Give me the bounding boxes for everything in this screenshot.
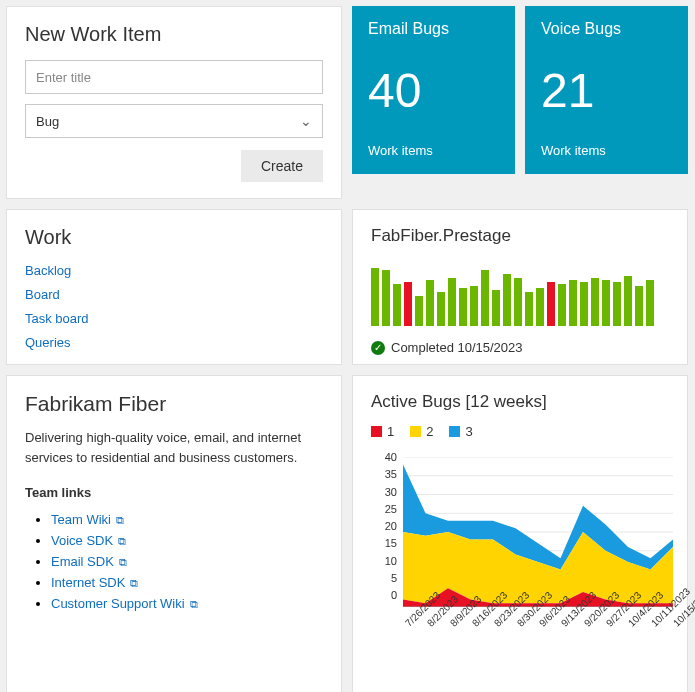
x-tick: 7/26/2023 bbox=[403, 621, 411, 629]
build-bar bbox=[492, 290, 500, 326]
build-bar bbox=[624, 276, 632, 326]
build-bar bbox=[558, 284, 566, 326]
x-tick: 10/11/2023 bbox=[649, 621, 657, 629]
build-bar bbox=[470, 286, 478, 326]
build-bar bbox=[525, 292, 533, 326]
x-tick: 9/6/2023 bbox=[537, 621, 545, 629]
build-bar bbox=[459, 288, 467, 326]
tile-row: Email Bugs 40 Work items Voice Bugs 21 W… bbox=[352, 6, 688, 199]
build-bar bbox=[481, 270, 489, 326]
build-bar bbox=[646, 280, 654, 326]
build-bar bbox=[382, 270, 390, 326]
tile-email-bugs[interactable]: Email Bugs 40 Work items bbox=[352, 6, 515, 174]
active-bugs-panel: Active Bugs [12 weeks] 1 2 3 40353025201… bbox=[352, 375, 688, 692]
build-bar bbox=[635, 286, 643, 326]
legend-item-2: 2 bbox=[410, 424, 433, 439]
fabrikam-panel: Fabrikam Fiber Delivering high-quality v… bbox=[6, 375, 342, 692]
tile-title: Email Bugs bbox=[368, 20, 499, 38]
panel-title: Work bbox=[25, 226, 323, 249]
build-bar bbox=[591, 278, 599, 326]
external-link-icon: ⧉ bbox=[127, 577, 138, 589]
chart-svg bbox=[403, 457, 673, 607]
build-bar bbox=[371, 268, 379, 326]
link-voice-sdk[interactable]: Voice SDK ⧉ bbox=[51, 533, 126, 548]
x-tick: 9/13/2023 bbox=[559, 621, 567, 629]
chart-legend: 1 2 3 bbox=[371, 424, 669, 439]
y-tick: 25 bbox=[373, 503, 397, 515]
build-bar bbox=[580, 282, 588, 326]
build-history-chart bbox=[371, 264, 669, 326]
external-link-icon: ⧉ bbox=[116, 556, 127, 568]
team-links: Team Wiki ⧉ Voice SDK ⧉ Email SDK ⧉ Inte… bbox=[25, 512, 323, 611]
tile-title: Voice Bugs bbox=[541, 20, 672, 38]
panel-title: Active Bugs [12 weeks] bbox=[371, 392, 669, 412]
link-email-sdk[interactable]: Email SDK ⧉ bbox=[51, 554, 127, 569]
y-tick: 10 bbox=[373, 555, 397, 567]
build-bar bbox=[448, 278, 456, 326]
tile-voice-bugs[interactable]: Voice Bugs 21 Work items bbox=[525, 6, 688, 174]
external-link-icon: ⧉ bbox=[113, 514, 124, 526]
panel-title: Fabrikam Fiber bbox=[25, 392, 323, 416]
build-bar bbox=[393, 284, 401, 326]
panel-desc: Delivering high-quality voice, email, an… bbox=[25, 428, 323, 467]
build-bar bbox=[503, 274, 511, 326]
panel-title: New Work Item bbox=[25, 23, 323, 46]
type-select[interactable]: Bug ⌄ bbox=[25, 104, 323, 138]
area-chart: 4035302520151050 bbox=[403, 457, 669, 617]
external-link-icon: ⧉ bbox=[187, 598, 198, 610]
link-task-board[interactable]: Task board bbox=[25, 311, 89, 326]
x-tick: 9/20/2023 bbox=[582, 621, 590, 629]
work-panel: Work Backlog Board Task board Queries bbox=[6, 209, 342, 365]
link-queries[interactable]: Queries bbox=[25, 335, 71, 350]
y-tick: 30 bbox=[373, 486, 397, 498]
build-bar bbox=[404, 282, 412, 326]
build-bar bbox=[547, 282, 555, 326]
build-bar bbox=[426, 280, 434, 326]
y-tick: 0 bbox=[373, 589, 397, 601]
x-tick: 8/16/2023 bbox=[470, 621, 478, 629]
link-support-wiki[interactable]: Customer Support Wiki ⧉ bbox=[51, 596, 198, 611]
x-tick: 8/30/2023 bbox=[515, 621, 523, 629]
x-axis-labels: 7/26/20238/2/20238/9/20238/16/20238/23/2… bbox=[403, 621, 671, 632]
legend-item-1: 1 bbox=[371, 424, 394, 439]
create-button[interactable]: Create bbox=[241, 150, 323, 182]
build-bar bbox=[602, 280, 610, 326]
y-tick: 15 bbox=[373, 537, 397, 549]
build-status: ✓ Completed 10/15/2023 bbox=[371, 340, 669, 355]
y-tick: 40 bbox=[373, 451, 397, 463]
link-backlog[interactable]: Backlog bbox=[25, 263, 71, 278]
link-internet-sdk[interactable]: Internet SDK ⧉ bbox=[51, 575, 139, 590]
y-tick: 20 bbox=[373, 520, 397, 532]
chevron-down-icon: ⌄ bbox=[300, 113, 312, 129]
build-status-text: Completed 10/15/2023 bbox=[391, 340, 523, 355]
x-tick: 9/27/2023 bbox=[604, 621, 612, 629]
build-bar bbox=[415, 296, 423, 326]
x-tick: 10/15/2023 bbox=[671, 621, 679, 629]
y-tick: 35 bbox=[373, 468, 397, 480]
tile-sub: Work items bbox=[541, 143, 672, 158]
tile-value: 40 bbox=[368, 67, 499, 115]
build-bar bbox=[536, 288, 544, 326]
link-board[interactable]: Board bbox=[25, 287, 60, 302]
y-tick: 5 bbox=[373, 572, 397, 584]
new-work-item-panel: New Work Item Bug ⌄ Create bbox=[6, 6, 342, 199]
work-links: Backlog Board Task board Queries bbox=[25, 261, 323, 351]
x-tick: 8/9/2023 bbox=[448, 621, 456, 629]
legend-item-3: 3 bbox=[449, 424, 472, 439]
build-bar bbox=[569, 280, 577, 326]
swatch-icon bbox=[449, 426, 460, 437]
title-input[interactable] bbox=[25, 60, 323, 94]
external-link-icon: ⧉ bbox=[115, 535, 126, 547]
check-icon: ✓ bbox=[371, 341, 385, 355]
build-panel: FabFiber.Prestage ✓ Completed 10/15/2023 bbox=[352, 209, 688, 365]
x-tick: 8/23/2023 bbox=[492, 621, 500, 629]
build-bar bbox=[514, 278, 522, 326]
link-team-wiki[interactable]: Team Wiki ⧉ bbox=[51, 512, 124, 527]
y-axis-labels: 4035302520151050 bbox=[373, 451, 397, 601]
build-bar bbox=[613, 282, 621, 326]
x-tick: 10/4/2023 bbox=[626, 621, 634, 629]
build-title: FabFiber.Prestage bbox=[371, 226, 669, 246]
type-value: Bug bbox=[36, 114, 59, 129]
links-header: Team links bbox=[25, 485, 323, 500]
tile-value: 21 bbox=[541, 67, 672, 115]
